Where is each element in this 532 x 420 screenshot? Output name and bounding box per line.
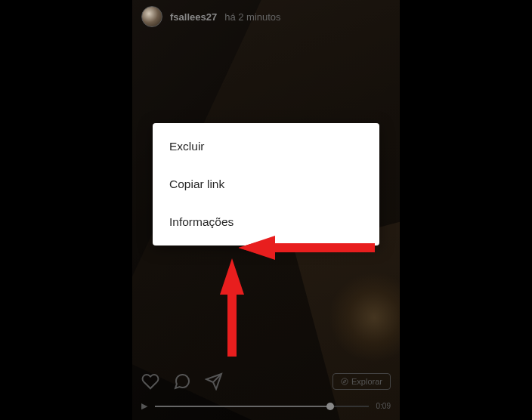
phone-screen: fsallees27 há 2 minutos Excluir Copiar l…	[132, 0, 400, 420]
share-icon[interactable]	[205, 372, 223, 391]
comment-icon[interactable]	[173, 372, 191, 391]
menu-item-copy-link[interactable]: Copiar link	[153, 165, 379, 203]
menu-item-delete[interactable]: Excluir	[153, 128, 379, 165]
heart-icon[interactable]	[141, 372, 159, 391]
video-progress: ▶ 0:09	[141, 401, 391, 411]
bottom-bar: Explorar ▶ 0:09	[141, 372, 391, 411]
avatar[interactable]	[141, 6, 162, 27]
explore-label: Explorar	[351, 377, 382, 386]
username-label[interactable]: fsallees27	[170, 11, 217, 23]
progress-thumb[interactable]	[326, 403, 334, 410]
play-icon[interactable]: ▶	[141, 401, 147, 411]
time-remaining: 0:09	[376, 402, 391, 410]
explore-button[interactable]: Explorar	[332, 373, 391, 390]
svg-point-2	[342, 378, 348, 384]
compass-icon	[341, 378, 348, 385]
progress-fill	[155, 406, 330, 407]
story-header: fsallees27 há 2 minutos	[141, 6, 281, 27]
svg-marker-3	[343, 380, 346, 383]
action-row: Explorar	[141, 372, 391, 391]
progress-track[interactable]	[155, 406, 369, 407]
annotation-arrow-up	[215, 258, 249, 357]
timestamp-label: há 2 minutos	[224, 11, 280, 23]
annotation-arrow-left	[239, 231, 375, 264]
context-menu: Excluir Copiar link Informações	[153, 123, 379, 246]
